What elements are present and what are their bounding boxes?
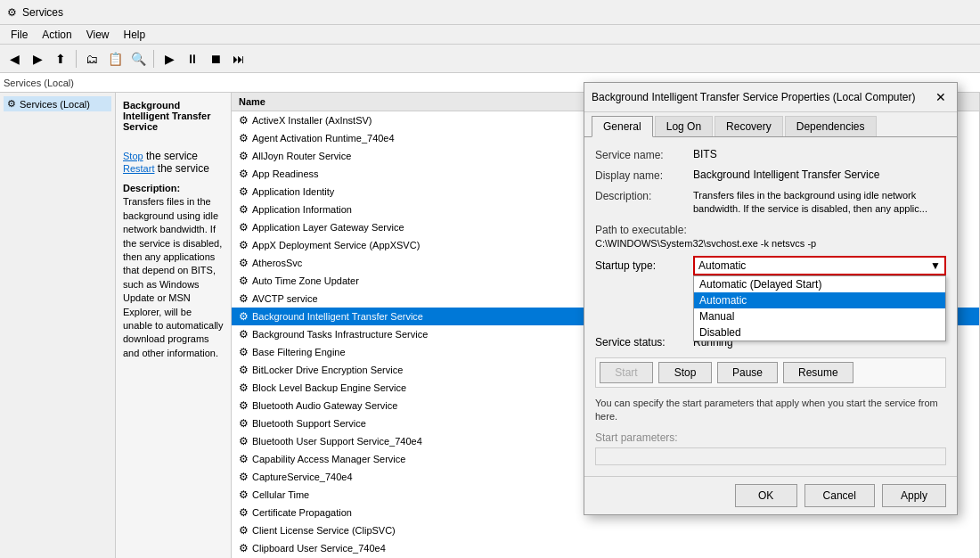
list-item[interactable]: ⚙Client License Service (ClipSVC) [232, 521, 979, 539]
window-title: Services [22, 6, 63, 19]
menu-view[interactable]: View [79, 27, 117, 43]
startup-dropdown-list: Automatic (Delayed Start) Automatic Manu… [693, 275, 946, 341]
restart-link[interactable]: Restart [123, 163, 154, 174]
dropdown-option-automatic[interactable]: Automatic [694, 292, 945, 308]
toolbar-play[interactable]: ▶ [159, 48, 180, 70]
display-name-row: Display name: Background Intelligent Tra… [595, 168, 946, 182]
dropdown-option-disabled[interactable]: Disabled [694, 324, 945, 341]
description-panel: Background Intelligent Transfer Service … [116, 93, 232, 558]
startup-select-wrapper: Automatic ▼ Automatic (Delayed Start) Au… [693, 256, 946, 275]
tab-dependencies[interactable]: Dependencies [785, 116, 877, 136]
sidebar-icon: ⚙ [7, 98, 16, 110]
desc-the-service2: the service [158, 162, 209, 175]
path-label: Path to executable: [595, 224, 946, 236]
tab-logon[interactable]: Log On [655, 116, 713, 136]
start-params-label: Start parameters: [595, 431, 946, 444]
toolbar-back[interactable]: ◀ [4, 48, 25, 70]
properties-dialog[interactable]: Background Intelligent Transfer Service … [584, 82, 958, 515]
display-name-value: Background Intelligent Transfer Service [693, 168, 946, 181]
toolbar: ◀ ▶ ⬆ 🗂 📋 🔍 ▶ ⏸ ⏹ ⏭ [0, 45, 980, 73]
stop-button[interactable]: Stop [658, 362, 712, 383]
address-label: Services (Local) [4, 78, 74, 88]
menu-bar: File Action View Help [0, 25, 980, 45]
desc-label: Description: [123, 183, 180, 193]
desc-text: Transfers files in the background using … [123, 196, 224, 357]
service-name-label: Service name: [595, 148, 693, 161]
dialog-content: Service name: BITS Display name: Backgro… [584, 137, 957, 476]
path-row: Path to executable: C:\WINDOWS\System32\… [595, 224, 946, 249]
service-status-label: Service status: [595, 336, 693, 349]
startup-type-row: Startup type: Automatic ▼ Automatic (Del… [595, 256, 946, 275]
service-name-row: Service name: BITS [595, 148, 946, 161]
pause-button[interactable]: Pause [717, 362, 778, 383]
tab-general[interactable]: General [592, 116, 653, 137]
start-params-section: Start parameters: [595, 431, 946, 465]
desc-title: Background Intelligent Transfer Service [123, 100, 224, 132]
resume-button[interactable]: Resume [783, 362, 853, 383]
menu-action[interactable]: Action [35, 27, 78, 43]
cancel-button[interactable]: Cancel [804, 484, 875, 507]
service-name-value: BITS [693, 148, 946, 160]
dialog-title-text: Background Intelligent Transfer Service … [592, 91, 916, 103]
apply-button[interactable]: Apply [882, 484, 946, 507]
toolbar-up[interactable]: ⬆ [50, 48, 71, 70]
title-bar: ⚙ Services [0, 0, 980, 25]
dropdown-arrow-icon: ▼ [930, 259, 941, 272]
path-value: C:\WINDOWS\System32\svchost.exe -k netsv… [595, 238, 946, 249]
toolbar-skip[interactable]: ⏭ [228, 48, 249, 70]
toolbar-search[interactable]: 🔍 [127, 48, 149, 70]
sidebar: ⚙ Services (Local) [0, 93, 116, 558]
startup-selected-value: Automatic [698, 259, 746, 272]
list-item[interactable]: ⚙Clipboard User Service_740e4 [232, 539, 979, 557]
tab-recovery[interactable]: Recovery [715, 116, 783, 136]
description-label: Description: [595, 189, 693, 202]
sidebar-item-services-local[interactable]: ⚙ Services (Local) [4, 96, 111, 111]
toolbar-pause[interactable]: ⏸ [182, 48, 203, 70]
desc-the-service1: the service [146, 150, 198, 162]
dropdown-option-delayed[interactable]: Automatic (Delayed Start) [694, 276, 945, 292]
toolbar-folder[interactable]: 🗂 [81, 48, 102, 70]
toolbar-sep2 [153, 50, 154, 68]
toolbar-stop[interactable]: ⏹ [205, 48, 226, 70]
service-action-buttons: Start Stop Pause Resume [595, 357, 946, 388]
dropdown-option-manual[interactable]: Manual [694, 308, 945, 324]
dialog-title-bar: Background Intelligent Transfer Service … [584, 83, 957, 112]
ok-button[interactable]: OK [735, 484, 797, 507]
menu-help[interactable]: Help [117, 27, 153, 43]
stop-link[interactable]: Stop [123, 151, 143, 161]
start-button[interactable]: Start [600, 362, 653, 383]
dialog-close-button[interactable]: ✕ [932, 88, 950, 106]
dialog-buttons: OK Cancel Apply [584, 476, 957, 514]
startup-type-label: Startup type: [595, 259, 693, 272]
toolbar-copy[interactable]: 📋 [104, 48, 126, 70]
description-value: Transfers files in the background using … [693, 189, 946, 217]
description-row: Description: Transfers files in the back… [595, 189, 946, 217]
start-params-input[interactable] [595, 447, 946, 465]
startup-select-display[interactable]: Automatic ▼ [693, 256, 946, 275]
info-text: You can specify the start parameters tha… [595, 397, 946, 424]
app-icon: ⚙ [7, 6, 17, 19]
sidebar-item-label: Services (Local) [20, 99, 90, 110]
display-name-label: Display name: [595, 168, 693, 182]
toolbar-forward[interactable]: ▶ [27, 48, 48, 70]
menu-file[interactable]: File [4, 27, 35, 43]
tabs: General Log On Recovery Dependencies [584, 112, 957, 137]
toolbar-sep1 [76, 50, 77, 68]
